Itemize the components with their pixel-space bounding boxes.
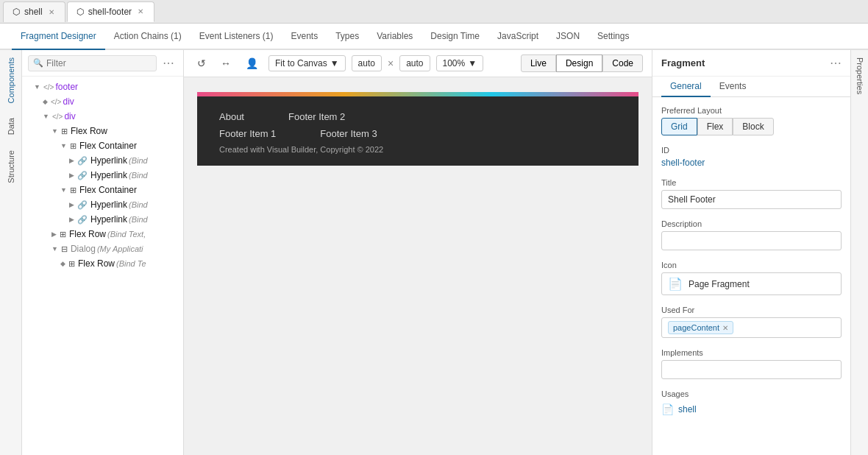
tab-shell[interactable]: ⬡ shell ✕ <box>3 1 65 22</box>
usages-item: 📄 shell <box>661 401 842 417</box>
title-field-label: Title <box>661 178 842 187</box>
chevron-icon: ▼ <box>60 142 67 149</box>
tree-item-flex-row-1[interactable]: ▼ ⊞ Flex Row <box>22 124 183 138</box>
fit-to-canvas-label: Fit to Canvas <box>275 58 327 68</box>
properties-sidebar-label[interactable]: Properties <box>855 50 864 102</box>
link-icon: 🔗 <box>77 171 88 180</box>
search-box[interactable]: 🔍 <box>28 55 157 71</box>
canvas-area: About Footer Item 2 Footer Item 1 Footer… <box>184 77 652 455</box>
tree-tag-div1: div <box>63 96 74 107</box>
panel-tab-general[interactable]: General <box>661 77 711 97</box>
tree-component-flexrow3: Flex Row <box>78 258 115 269</box>
link-icon: 🔗 <box>77 215 88 225</box>
layout-flex-btn[interactable]: Flex <box>697 118 733 135</box>
back-btn[interactable]: ↔ <box>216 55 235 71</box>
sidebar-structure[interactable]: Structure <box>7 143 15 191</box>
tab-shell-footer-close[interactable]: ✕ <box>136 7 145 16</box>
tree-item-footer[interactable]: ▼ </> footer <box>22 80 183 94</box>
nav-javascript[interactable]: JavaScript <box>488 24 547 50</box>
tree-item-hyperlink-3[interactable]: ▶ 🔗 Hyperlink (Bind <box>22 197 183 212</box>
tree-item-hyperlink-4[interactable]: ▶ 🔗 Hyperlink (Bind <box>22 212 183 227</box>
sidebar-components[interactable]: Components <box>7 50 15 110</box>
canvas-content: About Footer Item 2 Footer Item 1 Footer… <box>197 92 638 166</box>
chevron-icon: ▼ <box>51 127 58 135</box>
height-dropdown[interactable]: auto <box>399 55 430 71</box>
nav-json[interactable]: JSON <box>547 24 588 50</box>
panel-more-btn[interactable]: ⋯ <box>830 56 842 70</box>
shell-icon: ⬡ <box>13 7 20 17</box>
zoom-control[interactable]: 100% ▼ <box>436 55 484 71</box>
nav-design-time[interactable]: Design Time <box>421 24 488 50</box>
title-group: Title <box>661 178 842 209</box>
tree-tag-div2: div <box>64 111 75 121</box>
layout-block-btn[interactable]: Block <box>733 118 773 135</box>
search-input[interactable] <box>46 58 152 68</box>
description-field-label: Description <box>661 219 842 228</box>
canvas-toolbar: ↺ ↔ 👤 Fit to Canvas ▼ auto × auto 100% ▼… <box>184 50 652 77</box>
nav-bar: Fragment Designer Action Chains (1) Even… <box>0 24 868 50</box>
nav-types[interactable]: Types <box>327 24 368 50</box>
tree-item-flex-row-2[interactable]: ▶ ⊞ Flex Row (Bind Text, <box>22 227 183 241</box>
tree-component-flexrow2: Flex Row <box>69 229 106 239</box>
nav-variables[interactable]: Variables <box>368 24 421 50</box>
tree-item-div-1[interactable]: ◆ </> div <box>22 94 183 109</box>
tree-component-flexrow1: Flex Row <box>71 126 107 136</box>
tree-toolbar: 🔍 ⋯ <box>22 50 183 77</box>
nav-events[interactable]: Events <box>282 24 327 50</box>
footer-link-about: About <box>219 111 244 122</box>
tag-bracket-open: </> <box>43 83 54 91</box>
implements-group: Implements <box>661 348 842 379</box>
code-btn[interactable]: Code <box>602 54 643 72</box>
tree-item-flex-container-2[interactable]: ▼ ⊞ Flex Container <box>22 183 183 197</box>
footer-links-row-1: About Footer Item 2 <box>219 111 616 122</box>
title-input[interactable] <box>661 190 842 209</box>
tab-shell-footer[interactable]: ⬡ shell-footer ✕ <box>67 1 154 22</box>
component-icon: ⊞ <box>61 127 68 136</box>
tree-item-hyperlink-2[interactable]: ▶ 🔗 Hyperlink (Bind <box>22 168 183 183</box>
right-panel: Fragment ⋯ General Events Preferred Layo… <box>652 50 850 455</box>
link-icon: 🔗 <box>77 156 88 166</box>
sidebar-data[interactable]: Data <box>7 110 15 142</box>
nav-fragment-designer[interactable]: Fragment Designer <box>12 24 105 50</box>
refresh-btn[interactable]: ↺ <box>193 55 210 71</box>
tree-content: ▼ </> footer ◆ </> div ▼ </> div ▼ ⊞ Fle… <box>22 77 183 455</box>
fit-to-canvas-btn[interactable]: Fit to Canvas ▼ <box>268 55 346 71</box>
layout-grid-btn[interactable]: Grid <box>661 118 697 135</box>
tag-bracket: </> <box>52 113 63 121</box>
used-for-field[interactable]: pageContent ✕ <box>661 317 842 338</box>
tree-item-dialog[interactable]: ▼ ⊟ Dialog (My Applicati <box>22 241 183 256</box>
height-label: auto <box>406 58 423 68</box>
chevron-icon: ▶ <box>69 157 74 164</box>
tree-item-div-2[interactable]: ▼ </> div <box>22 109 183 124</box>
chevron-icon: ▶ <box>69 172 74 179</box>
tab-shell-close[interactable]: ✕ <box>47 7 56 17</box>
nav-event-listeners[interactable]: Event Listeners (1) <box>191 24 282 50</box>
tree-more-btn[interactable]: ⋯ <box>160 54 177 71</box>
usages-link[interactable]: shell <box>678 404 697 415</box>
nav-action-chains[interactable]: Action Chains (1) <box>105 24 191 50</box>
footer-link-item2: Footer Item 2 <box>288 111 345 122</box>
component-icon: ⊞ <box>68 259 75 269</box>
mode-group: Live Design Code <box>521 54 643 72</box>
usages-label: Usages <box>661 389 842 398</box>
panel-tab-events[interactable]: Events <box>711 77 755 97</box>
chevron-icon: ▼ <box>43 113 49 120</box>
nav-settings[interactable]: Settings <box>588 24 638 50</box>
tree-item-hyperlink-1[interactable]: ▶ 🔗 Hyperlink (Bind <box>22 153 183 168</box>
tree-component-flexcontainer2: Flex Container <box>79 185 137 195</box>
design-btn[interactable]: Design <box>556 54 602 72</box>
live-btn[interactable]: Live <box>521 54 556 72</box>
tree-bind-4: (Bind <box>129 215 148 224</box>
icon-field-label: Icon <box>661 261 842 269</box>
description-input[interactable] <box>661 231 842 250</box>
width-dropdown[interactable]: auto <box>352 55 382 71</box>
tree-item-flex-container-1[interactable]: ▼ ⊞ Flex Container <box>22 138 183 153</box>
tree-bind-1: (Bind <box>129 156 148 165</box>
user-btn[interactable]: 👤 <box>241 55 263 71</box>
tag-close-btn[interactable]: ✕ <box>722 324 728 332</box>
implements-input[interactable] <box>661 360 842 379</box>
preferred-layout-group: Preferred Layout Grid Flex Block <box>661 106 842 135</box>
tree-component-dialog: Dialog <box>71 244 96 254</box>
tree-item-flex-row-3[interactable]: ◆ ⊞ Flex Row (Bind Te <box>22 256 183 271</box>
chevron-icon: ▶ <box>69 201 74 208</box>
